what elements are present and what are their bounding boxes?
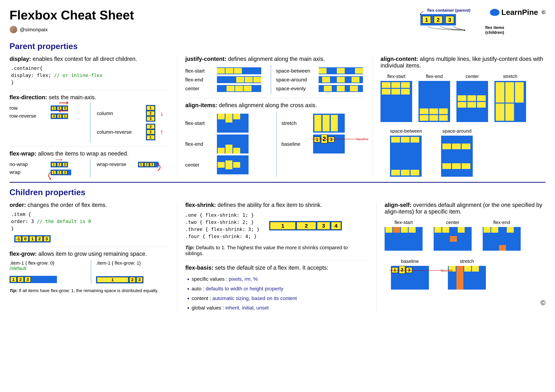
page-title: Flexbox Cheat Sheet xyxy=(9,8,134,22)
align-self-block: align-self: overrides default alignment … xyxy=(385,202,546,290)
brand-logo: LearnPine © xyxy=(490,8,546,17)
flex-wrap-block: flex-wrap: allows the items to wrap as n… xyxy=(9,150,168,177)
justify-content-block: justify-content: defines alignment along… xyxy=(185,56,363,94)
order-block: order: changes the order of flex items. … xyxy=(9,202,168,242)
author: @simonpaix xyxy=(9,26,134,34)
section-parent-title: Parent properties xyxy=(9,41,546,51)
header: Flexbox Cheat Sheet @simonpaix flex cont… xyxy=(9,8,546,38)
flex-direction-block: flex-direction: sets the main-axis. row … xyxy=(9,94,168,142)
flex-grow-block: flex-grow: allows item to grow using rem… xyxy=(9,250,168,293)
copyright-icon: © xyxy=(541,9,546,15)
flex-shrink-block: flex-shrink: defines the ability for a f… xyxy=(185,202,367,256)
align-items-block: align-items: defines alignment along the… xyxy=(185,102,363,176)
flex-basis-block: flex-basis: sets the default size of a f… xyxy=(185,264,367,313)
copyright-footer: © xyxy=(385,299,546,307)
display-block: display: enables flex context for all di… xyxy=(9,56,168,86)
legend-container-label: flex container (parent) xyxy=(420,8,477,13)
section-children-title: Children properties xyxy=(9,187,546,197)
align-content-block: align-content: aligns multiple lines, li… xyxy=(380,56,546,177)
logo-icon xyxy=(490,9,499,16)
legend-diagram: flex container (parent) 1 2 3 flex items… xyxy=(420,8,477,33)
author-handle: @simonpaix xyxy=(20,27,48,33)
avatar xyxy=(9,26,17,34)
